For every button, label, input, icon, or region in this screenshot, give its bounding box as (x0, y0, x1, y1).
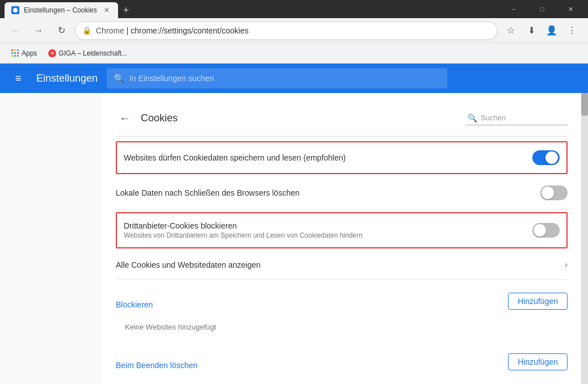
back-button[interactable]: ← (7, 22, 25, 40)
tab-title: Einstellungen – Cookies (24, 6, 98, 14)
apps-label: Apps (22, 49, 37, 57)
setting-delete-text: Lokale Daten nach Schließen des Browsers… (116, 188, 540, 197)
hamburger-button[interactable]: ≡ (9, 69, 27, 87)
back-icon: ← (11, 26, 20, 36)
download-button[interactable]: ⬇ (522, 22, 540, 40)
all-cookies-arrow-icon: › (565, 260, 568, 270)
blockieren-section-header-row: Blockieren Hinzufügen (116, 280, 568, 318)
bookmark-giga[interactable]: G GIGA – Leidenschaft... (44, 47, 132, 60)
forward-icon: → (34, 26, 43, 36)
settings-search-icon: 🔍 (114, 73, 125, 84)
beim-beenden-header: Beim Beenden löschen (116, 349, 198, 374)
beim-beenden-hinzufuegen-button[interactable]: Hinzufügen (508, 353, 568, 370)
toggle-knob-2 (541, 187, 554, 199)
setting-allow-cookies-text: Websites dürfen Cookiedaten speichern un… (124, 153, 532, 162)
menu-button[interactable]: ⋮ (563, 22, 581, 40)
beim-beenden-empty-text: Keine Websites hinzugefügt (116, 379, 568, 384)
star-icon: ☆ (507, 25, 515, 36)
allow-cookies-toggle[interactable] (532, 150, 560, 165)
delete-on-close-toggle[interactable] (540, 185, 568, 200)
main-content: ← Cookies 🔍 Websites dürfen Cookiedaten … (0, 93, 588, 384)
cookies-header: ← Cookies 🔍 (116, 102, 568, 137)
tab-bar: Einstellungen – Cookies ✕ + (5, 0, 496, 18)
minimize-button[interactable]: − (501, 0, 527, 18)
active-tab[interactable]: Einstellungen – Cookies ✕ (5, 2, 118, 18)
settings-search-input[interactable] (129, 74, 440, 83)
lock-icon: 🔒 (82, 26, 91, 35)
window-controls: − □ ✕ (501, 0, 583, 18)
cookies-page-title: Cookies (141, 112, 459, 124)
content-inner: ← Cookies 🔍 Websites dürfen Cookiedaten … (102, 93, 581, 384)
tab-favicon (11, 6, 19, 14)
scrollbar[interactable] (581, 93, 588, 384)
url-text: Chrome | chrome://settings/content/cooki… (96, 26, 490, 35)
cookies-search-icon: 🔍 (468, 113, 477, 123)
profile-icon: 👤 (546, 25, 557, 36)
back-arrow-icon: ← (119, 112, 131, 125)
giga-label: GIGA – Leidenschaft... (58, 49, 127, 57)
titlebar: Einstellungen – Cookies ✕ + − □ ✕ (0, 0, 588, 18)
cookies-search[interactable]: 🔍 (465, 111, 568, 125)
tab-close-button[interactable]: ✕ (102, 6, 111, 15)
bookmark-star-button[interactable]: ☆ (502, 22, 520, 40)
setting-allow-cookies: Websites dürfen Cookiedaten speichern un… (116, 141, 568, 174)
setting-block-label: Drittanbieter-Cookies blockieren (124, 221, 532, 230)
cookies-search-input[interactable] (481, 113, 560, 122)
setting-delete-label: Lokale Daten nach Schließen des Browsers… (116, 188, 540, 197)
url-path: chrome://settings/content/cookies (131, 26, 249, 35)
settings-title: Einstellungen (36, 73, 98, 85)
cookies-back-button[interactable]: ← (116, 109, 134, 127)
url-separator: | (124, 26, 131, 35)
hamburger-icon: ≡ (15, 73, 22, 85)
url-chrome-label: Chrome (96, 26, 124, 35)
giga-icon: G (48, 49, 56, 57)
sidebar (0, 93, 102, 384)
setting-delete-on-close: Lokale Daten nach Schließen des Browsers… (116, 176, 568, 210)
url-bar[interactable]: 🔒 Chrome | chrome://settings/content/coo… (75, 22, 497, 40)
content-area: ← Cookies 🔍 Websites dürfen Cookiedaten … (102, 93, 581, 384)
toggle-knob (545, 151, 558, 164)
address-icons: ☆ ⬇ 👤 ⋮ (502, 22, 581, 40)
bookmarks-bar: Apps G GIGA – Leidenschaft... (0, 43, 588, 64)
download-icon: ⬇ (528, 25, 535, 36)
toggle-knob-3 (534, 224, 546, 237)
all-cookies-label: Alle Cookies und Websitedaten anzeigen (116, 260, 565, 269)
all-cookies-text: Alle Cookies und Websitedaten anzeigen (116, 260, 565, 269)
setting-block-third-party: Drittanbieter-Cookies blockieren Website… (116, 212, 568, 248)
setting-allow-cookies-label: Websites dürfen Cookiedaten speichern un… (124, 153, 532, 162)
beim-beenden-section-header-row: Beim Beenden löschen Hinzufügen (116, 340, 568, 379)
svg-point-0 (13, 8, 18, 12)
chrome-settings-header: ≡ Einstellungen 🔍 (0, 64, 588, 93)
refresh-button[interactable]: ↻ (52, 22, 70, 40)
all-cookies-row[interactable]: Alle Cookies und Websitedaten anzeigen › (116, 251, 568, 280)
setting-block-text: Drittanbieter-Cookies blockieren Website… (124, 221, 532, 239)
new-tab-button[interactable]: + (118, 2, 134, 18)
refresh-icon: ↻ (58, 25, 65, 36)
blockieren-header: Blockieren (116, 289, 153, 314)
block-third-party-toggle[interactable] (532, 223, 560, 238)
profile-button[interactable]: 👤 (543, 22, 561, 40)
addressbar: ← → ↻ 🔒 Chrome | chrome://settings/conte… (0, 18, 588, 43)
bookmark-apps[interactable]: Apps (7, 47, 41, 60)
apps-icon (11, 49, 19, 57)
settings-search-bar[interactable]: 🔍 (107, 68, 447, 88)
close-button[interactable]: ✕ (557, 0, 583, 18)
maximize-button[interactable]: □ (529, 0, 555, 18)
menu-icon: ⋮ (568, 25, 577, 36)
forward-button[interactable]: → (30, 22, 48, 40)
blockieren-hinzufuegen-button[interactable]: Hinzufügen (508, 293, 568, 310)
scrollbar-thumb[interactable] (581, 93, 588, 116)
setting-block-sublabel: Websites von Drittanbietern am Speichern… (124, 231, 532, 239)
blockieren-empty-text: Keine Websites hinzugefügt (116, 318, 568, 340)
giga-letter: G (51, 50, 54, 56)
